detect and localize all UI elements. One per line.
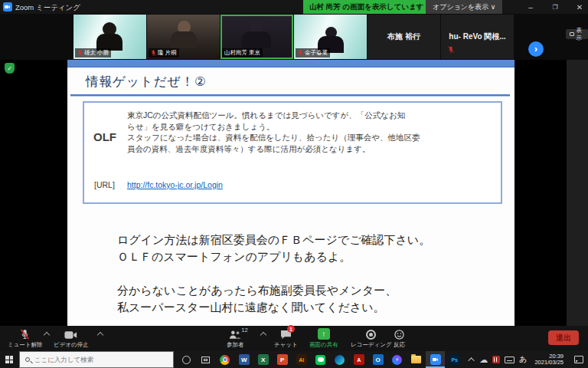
unmute-button[interactable]: ミュート解除 (8, 328, 43, 349)
cortana-button[interactable] (177, 351, 196, 368)
zoom-meeting-window: Zoom ミーティング 山村 尚芳 の画面を表示しています オプションを表示 ∨… (0, 0, 588, 368)
illustrator-button[interactable]: Ai (292, 351, 311, 368)
taskbar-search[interactable] (19, 351, 174, 368)
outlook-button[interactable]: O (368, 351, 387, 368)
word-icon: W (239, 354, 250, 365)
video-options-chevron-icon[interactable] (97, 332, 103, 338)
show-options-button[interactable]: オプションを表示 ∨ (426, 0, 502, 14)
reactions-label: 反応 (394, 341, 405, 349)
restore-button[interactable]: ❐ (545, 1, 565, 13)
search-icon (25, 357, 30, 362)
participant-name: hu- ReVo 関根... (449, 31, 505, 42)
window-title-bar: Zoom ミーティング 山村 尚芳 の画面を表示しています オプションを表示 ∨… (0, 0, 588, 14)
onedrive-cloud-icon[interactable]: ☁ (479, 356, 488, 364)
tray-expand-chevron-icon[interactable] (469, 357, 475, 363)
minimize-button[interactable]: – (521, 1, 541, 13)
olf-login-link[interactable]: http://fc.tokyo-jc.or.jp/Login (127, 180, 223, 189)
cortana-icon (182, 356, 191, 364)
video-strip: 雄太 小勝 隆 片桐 山村尚芳 東京 金子春菜 布施 裕行 (0, 14, 588, 60)
share-screen-icon: ↑ (318, 328, 330, 340)
powerpoint-button[interactable]: P (273, 351, 292, 368)
excel-button[interactable]: X (253, 351, 273, 368)
olf-info-box: OLF 東京JCの公式資料配信ツール。慣れるまでは見づらいですが、「公式なお知 … (83, 101, 502, 204)
share-screen-label: 画面の共有 (309, 341, 338, 349)
stop-video-label: ビデオの停止 (54, 341, 89, 349)
video-tile[interactable]: 隆 片桐 (147, 15, 220, 59)
audio-only-tile[interactable]: 布施 裕行 (368, 15, 440, 59)
slide-text-line: ログイン方法は新宿区委員会のＦＢページでご確認下さい。 (117, 232, 430, 248)
zoom-icon (430, 354, 441, 365)
meeting-security-shield-icon[interactable]: ✓ (5, 63, 15, 74)
edge-icon (335, 355, 345, 365)
reactions-smiley-icon (394, 328, 404, 340)
file-explorer-icon (411, 356, 421, 363)
touch-keyboard-icon[interactable] (505, 356, 514, 363)
muted-mic-icon (298, 50, 303, 56)
start-button[interactable] (0, 351, 19, 368)
clock-date: 2021/03/25 (534, 360, 564, 366)
view-layout-button[interactable]: 表示 (566, 29, 588, 39)
messenger-button[interactable]: ⚡ (387, 351, 407, 368)
slide-title-divider (70, 94, 510, 96)
reactions-button[interactable]: 反応 (394, 328, 405, 349)
record-button[interactable]: レコーディング (351, 328, 392, 349)
audio-only-tile[interactable]: hu- ReVo 関根... (441, 15, 514, 59)
video-tile-active-speaker[interactable]: 山村尚芳 東京 (220, 15, 293, 59)
photoshop-icon: Ps (449, 354, 460, 365)
olf-description-line: 東京JCの公式資料配信ツール。慣れるまでは見づらいですが、「公式なお知 (127, 110, 420, 121)
task-view-button[interactable] (196, 351, 215, 368)
muted-mic-icon (77, 50, 83, 56)
file-explorer-button[interactable] (407, 351, 426, 368)
share-screen-button[interactable]: ↑ 画面の共有 (309, 328, 338, 349)
illustrator-icon: Ai (296, 354, 307, 365)
participant-nametag: 隆 片桐 (149, 48, 179, 58)
record-label: レコーディング (351, 341, 392, 349)
chat-badge: 1 (287, 325, 295, 333)
muted-mic-icon (20, 328, 30, 340)
zoom-toolbar: ミュート解除 ビデオの停止 12 参加者 1 チャット ↑ (0, 326, 588, 351)
taskbar-clock[interactable]: 20:39 2021/03/25 (534, 353, 564, 366)
outlook-icon: O (373, 354, 384, 365)
excel-icon: X (258, 354, 269, 365)
participants-button[interactable]: 12 参加者 (227, 328, 244, 349)
unmute-label: ミュート解除 (8, 341, 43, 349)
ime-indicator[interactable]: あ (519, 354, 527, 365)
record-icon (366, 330, 376, 340)
video-camera-icon (64, 328, 77, 340)
acrobat-icon: A (354, 354, 364, 365)
chrome-icon (220, 355, 230, 365)
participant-name: 雄太 小勝 (84, 49, 109, 57)
search-input[interactable] (34, 356, 157, 363)
tray-app-icon[interactable] (492, 356, 500, 363)
video-tile[interactable]: 雄太 小勝 (74, 15, 146, 59)
participant-nametag: 雄太 小勝 (75, 48, 111, 58)
participants-options-chevron-icon[interactable] (260, 332, 266, 338)
zoom-taskbar-button[interactable] (426, 351, 445, 368)
word-button[interactable]: W (234, 351, 253, 368)
action-center-icon[interactable] (574, 356, 583, 363)
olf-description-line: スタッフになった場合は、資料を配信をしたり、拾ったり（理事会や、他地区委 (127, 132, 420, 143)
leave-meeting-button[interactable]: 退出 (548, 330, 579, 345)
next-participants-button[interactable]: › (528, 41, 544, 57)
presentation-slide: 情報ゲットだぜ！② OLF 東京JCの公式資料配信ツール。慣れるまでは見づらいで… (67, 60, 514, 326)
chat-icon: 1 (280, 328, 292, 340)
stop-video-button[interactable]: ビデオの停止 (54, 328, 89, 349)
video-tile[interactable]: 金子春菜 (294, 15, 367, 59)
edge-button[interactable] (330, 351, 349, 368)
photoshop-button[interactable]: Ps (445, 351, 464, 368)
screen-share-banner: 山村 尚芳 の画面を表示しています (303, 0, 430, 14)
acrobat-button[interactable]: A (349, 351, 368, 368)
windows-logo-icon (5, 356, 13, 363)
close-button[interactable]: ✕ (570, 1, 588, 13)
participants-count: 12 (241, 327, 247, 334)
line-button[interactable] (311, 351, 330, 368)
taskbar-app-icons: W X P Ai A O ⚡ Ps (177, 351, 464, 368)
participants-label: 参加者 (227, 341, 244, 349)
chrome-button[interactable] (215, 351, 234, 368)
slide-text-line: 分からないことがあったら布施副委員長やメンター、 (117, 282, 397, 299)
chat-button[interactable]: 1 チャット (274, 328, 298, 349)
participant-nametag: 山村尚芳 東京 (222, 48, 263, 58)
slide-paragraph-contact: 分からないことがあったら布施副委員長やメンター、 私スーパースター山村に遠慮なく… (117, 282, 397, 316)
mute-options-chevron-icon[interactable] (44, 332, 50, 338)
messenger-icon: ⚡ (392, 355, 402, 365)
